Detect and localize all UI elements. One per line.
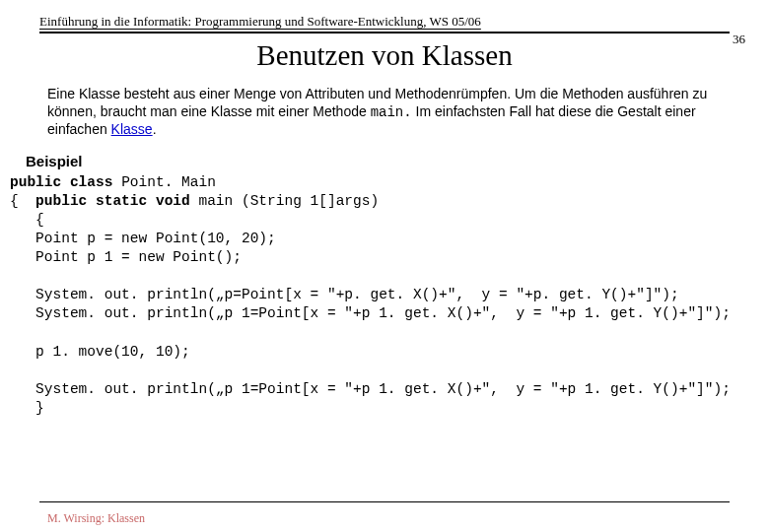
section-heading: Beispiel xyxy=(26,153,743,169)
class-name: Point. Main xyxy=(121,174,216,190)
code-body: { Point p = new Point(10, 20); Point p 1… xyxy=(10,212,731,416)
footer-rule xyxy=(39,501,730,502)
intro-period: . xyxy=(153,121,157,137)
main-signature: main (String 1[]args) xyxy=(198,193,379,209)
page-title: Benutzen von Klassen xyxy=(0,39,769,72)
kw-public-class: public class xyxy=(10,174,121,190)
intro-mono: main. xyxy=(371,104,412,120)
brace-open: { xyxy=(10,193,35,209)
course-title: Einführung in die Informatik: Programmie… xyxy=(39,14,481,29)
page-number: 36 xyxy=(733,32,745,47)
kw-main-mods: public static void xyxy=(35,193,198,209)
footer-text: M. Wirsing: Klassen xyxy=(47,511,145,526)
header-rule xyxy=(39,32,730,33)
intro-paragraph: Eine Klasse besteht aus einer Menge von … xyxy=(47,86,722,139)
code-block: public class Point. Main { public static… xyxy=(10,173,759,419)
header: Einführung in die Informatik: Programmie… xyxy=(0,0,769,30)
klasse-link[interactable]: Klasse xyxy=(111,121,153,137)
